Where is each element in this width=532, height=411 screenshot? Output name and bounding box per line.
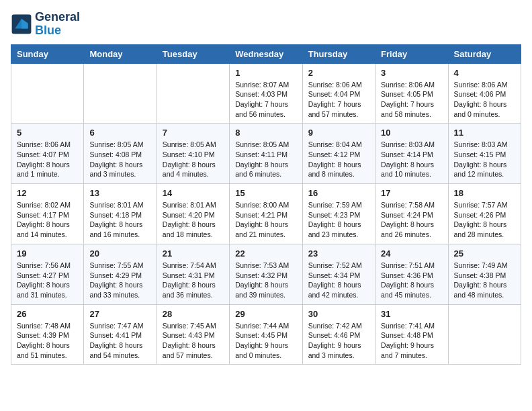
day-info: Sunrise: 7:56 AM Sunset: 4:27 PM Dayligh… [17, 261, 78, 300]
day-info: Sunrise: 8:04 AM Sunset: 4:12 PM Dayligh… [308, 140, 369, 179]
calendar-cell: 5Sunrise: 8:06 AM Sunset: 4:07 PM Daylig… [11, 124, 84, 184]
day-info: Sunrise: 7:42 AM Sunset: 4:46 PM Dayligh… [308, 321, 369, 361]
day-info: Sunrise: 8:03 AM Sunset: 4:14 PM Dayligh… [381, 140, 442, 179]
day-info: Sunrise: 7:44 AM Sunset: 4:45 PM Dayligh… [235, 321, 296, 361]
day-info: Sunrise: 8:06 AM Sunset: 4:05 PM Dayligh… [381, 80, 442, 120]
day-number: 19 [17, 248, 78, 259]
calendar-cell: 19Sunrise: 7:56 AM Sunset: 4:27 PM Dayli… [11, 244, 84, 304]
day-info: Sunrise: 7:48 AM Sunset: 4:39 PM Dayligh… [17, 321, 78, 361]
calendar-cell [11, 63, 84, 124]
calendar-cell: 25Sunrise: 7:49 AM Sunset: 4:38 PM Dayli… [448, 244, 521, 304]
day-info: Sunrise: 8:01 AM Sunset: 4:18 PM Dayligh… [89, 200, 150, 240]
logo-icon [11, 13, 32, 35]
day-info: Sunrise: 8:06 AM Sunset: 4:06 PM Dayligh… [454, 80, 515, 120]
calendar-cell: 10Sunrise: 8:03 AM Sunset: 4:14 PM Dayli… [375, 124, 448, 184]
calendar-header-row: SundayMondayTuesdayWednesdayThursdayFrid… [11, 44, 521, 63]
calendar-cell: 16Sunrise: 7:59 AM Sunset: 4:23 PM Dayli… [302, 184, 375, 244]
day-number: 26 [17, 309, 78, 319]
day-info: Sunrise: 7:57 AM Sunset: 4:26 PM Dayligh… [454, 200, 515, 240]
calendar-cell: 23Sunrise: 7:52 AM Sunset: 4:34 PM Dayli… [302, 244, 375, 304]
day-info: Sunrise: 7:59 AM Sunset: 4:23 PM Dayligh… [308, 200, 369, 240]
day-info: Sunrise: 7:55 AM Sunset: 4:29 PM Dayligh… [89, 261, 150, 300]
calendar-cell: 27Sunrise: 7:47 AM Sunset: 4:41 PM Dayli… [84, 304, 157, 365]
day-number: 12 [17, 188, 78, 198]
day-number: 10 [381, 128, 442, 138]
day-number: 18 [454, 188, 515, 198]
calendar-cell: 14Sunrise: 8:01 AM Sunset: 4:20 PM Dayli… [157, 184, 229, 244]
calendar-cell: 31Sunrise: 7:41 AM Sunset: 4:48 PM Dayli… [375, 304, 448, 365]
day-info: Sunrise: 8:05 AM Sunset: 4:11 PM Dayligh… [235, 140, 296, 179]
calendar-cell: 4Sunrise: 8:06 AM Sunset: 4:06 PM Daylig… [448, 63, 521, 124]
day-number: 30 [308, 309, 369, 319]
calendar-week-row: 12Sunrise: 8:02 AM Sunset: 4:17 PM Dayli… [11, 184, 521, 244]
day-number: 9 [308, 128, 369, 138]
calendar-day-header: Friday [375, 44, 448, 63]
day-number: 22 [235, 248, 296, 259]
calendar-day-header: Tuesday [157, 44, 229, 63]
logo-blue: Blue [35, 24, 61, 37]
calendar-cell: 11Sunrise: 8:03 AM Sunset: 4:15 PM Dayli… [448, 124, 521, 184]
day-info: Sunrise: 7:53 AM Sunset: 4:32 PM Dayligh… [235, 261, 296, 300]
day-number: 24 [381, 248, 442, 259]
calendar-week-row: 19Sunrise: 7:56 AM Sunset: 4:27 PM Dayli… [11, 244, 521, 304]
calendar-week-row: 1Sunrise: 8:07 AM Sunset: 4:03 PM Daylig… [11, 63, 521, 124]
logo: General Blue [11, 11, 80, 38]
day-number: 29 [235, 309, 296, 319]
page-header: General Blue [11, 11, 521, 38]
calendar-day-header: Saturday [448, 44, 521, 63]
day-number: 27 [89, 309, 150, 319]
day-number: 16 [308, 188, 369, 198]
day-info: Sunrise: 7:58 AM Sunset: 4:24 PM Dayligh… [381, 200, 442, 240]
day-info: Sunrise: 8:06 AM Sunset: 4:04 PM Dayligh… [308, 80, 369, 120]
day-number: 13 [89, 188, 150, 198]
calendar-day-header: Wednesday [230, 44, 302, 63]
day-info: Sunrise: 7:45 AM Sunset: 4:43 PM Dayligh… [163, 321, 224, 361]
calendar-cell: 22Sunrise: 7:53 AM Sunset: 4:32 PM Dayli… [230, 244, 302, 304]
day-number: 15 [235, 188, 296, 198]
calendar-cell: 26Sunrise: 7:48 AM Sunset: 4:39 PM Dayli… [11, 304, 84, 365]
calendar: SundayMondayTuesdayWednesdayThursdayFrid… [11, 44, 521, 365]
day-info: Sunrise: 8:00 AM Sunset: 4:21 PM Dayligh… [235, 200, 296, 240]
calendar-cell: 3Sunrise: 8:06 AM Sunset: 4:05 PM Daylig… [375, 63, 448, 124]
calendar-day-header: Sunday [11, 44, 84, 63]
calendar-cell: 21Sunrise: 7:54 AM Sunset: 4:31 PM Dayli… [157, 244, 229, 304]
calendar-cell: 1Sunrise: 8:07 AM Sunset: 4:03 PM Daylig… [230, 63, 302, 124]
day-info: Sunrise: 8:07 AM Sunset: 4:03 PM Dayligh… [235, 80, 296, 120]
calendar-week-row: 26Sunrise: 7:48 AM Sunset: 4:39 PM Dayli… [11, 304, 521, 365]
day-info: Sunrise: 8:02 AM Sunset: 4:17 PM Dayligh… [17, 200, 78, 240]
calendar-cell: 15Sunrise: 8:00 AM Sunset: 4:21 PM Dayli… [230, 184, 302, 244]
day-number: 28 [163, 309, 224, 319]
day-number: 20 [89, 248, 150, 259]
day-number: 3 [381, 68, 442, 78]
day-info: Sunrise: 8:05 AM Sunset: 4:08 PM Dayligh… [89, 140, 150, 179]
day-number: 8 [235, 128, 296, 138]
calendar-cell: 30Sunrise: 7:42 AM Sunset: 4:46 PM Dayli… [302, 304, 375, 365]
calendar-cell: 20Sunrise: 7:55 AM Sunset: 4:29 PM Dayli… [84, 244, 157, 304]
day-info: Sunrise: 7:52 AM Sunset: 4:34 PM Dayligh… [308, 261, 369, 300]
day-number: 2 [308, 68, 369, 78]
calendar-cell: 6Sunrise: 8:05 AM Sunset: 4:08 PM Daylig… [84, 124, 157, 184]
calendar-cell: 28Sunrise: 7:45 AM Sunset: 4:43 PM Dayli… [157, 304, 229, 365]
day-number: 25 [454, 248, 515, 259]
day-info: Sunrise: 8:01 AM Sunset: 4:20 PM Dayligh… [163, 200, 224, 240]
calendar-cell: 24Sunrise: 7:51 AM Sunset: 4:36 PM Dayli… [375, 244, 448, 304]
day-info: Sunrise: 7:41 AM Sunset: 4:48 PM Dayligh… [381, 321, 442, 361]
day-info: Sunrise: 7:51 AM Sunset: 4:36 PM Dayligh… [381, 261, 442, 300]
calendar-cell [84, 63, 157, 124]
day-info: Sunrise: 7:47 AM Sunset: 4:41 PM Dayligh… [89, 321, 150, 361]
logo-general: General [35, 10, 80, 24]
day-number: 6 [89, 128, 150, 138]
day-number: 1 [235, 68, 296, 78]
calendar-cell [157, 63, 229, 124]
day-info: Sunrise: 8:03 AM Sunset: 4:15 PM Dayligh… [454, 140, 515, 179]
calendar-cell [448, 304, 521, 365]
calendar-cell: 17Sunrise: 7:58 AM Sunset: 4:24 PM Dayli… [375, 184, 448, 244]
day-number: 4 [454, 68, 515, 78]
calendar-cell: 18Sunrise: 7:57 AM Sunset: 4:26 PM Dayli… [448, 184, 521, 244]
calendar-cell: 12Sunrise: 8:02 AM Sunset: 4:17 PM Dayli… [11, 184, 84, 244]
day-number: 5 [17, 128, 78, 138]
day-info: Sunrise: 8:06 AM Sunset: 4:07 PM Dayligh… [17, 140, 78, 179]
logo-text: General Blue [35, 11, 80, 38]
calendar-cell: 7Sunrise: 8:05 AM Sunset: 4:10 PM Daylig… [157, 124, 229, 184]
day-info: Sunrise: 7:54 AM Sunset: 4:31 PM Dayligh… [163, 261, 224, 300]
